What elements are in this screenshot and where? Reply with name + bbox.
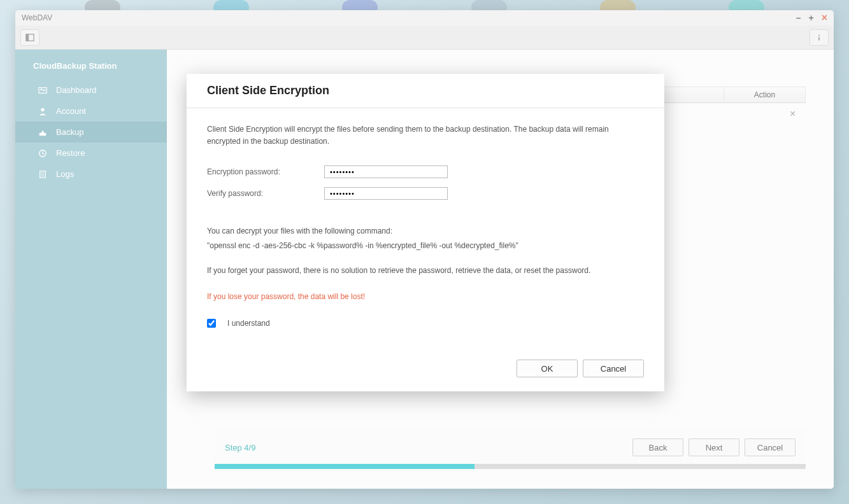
wizard-footer: Step 4/9 Back Next Cancel bbox=[215, 428, 806, 466]
dialog-header: Client Side Encryption bbox=[187, 74, 664, 108]
cancel-button[interactable]: Cancel bbox=[583, 360, 644, 377]
decrypt-info: You can decrypt your files with the foll… bbox=[207, 224, 644, 253]
back-button[interactable]: Back bbox=[632, 438, 683, 456]
svg-rect-3 bbox=[818, 37, 820, 40]
window-close-icon[interactable]: × bbox=[822, 12, 827, 24]
window-maximize-icon[interactable]: + bbox=[808, 13, 813, 23]
dashboard-icon bbox=[38, 86, 47, 95]
wizard-cancel-button[interactable]: Cancel bbox=[745, 438, 795, 456]
verify-password-input[interactable] bbox=[324, 187, 448, 200]
window-minimize-icon[interactable]: – bbox=[796, 13, 801, 23]
understand-checkbox[interactable] bbox=[207, 319, 216, 328]
encryption-password-label: Encryption password: bbox=[207, 167, 324, 176]
person-icon bbox=[38, 107, 47, 116]
understand-label: I understand bbox=[227, 319, 270, 328]
sidebar-item-label: Logs bbox=[56, 169, 74, 179]
sidebar-item-label: Dashboard bbox=[56, 85, 97, 95]
window-controls: – + × bbox=[796, 12, 827, 24]
svg-point-5 bbox=[41, 108, 44, 111]
wizard-progress-fill bbox=[215, 464, 474, 469]
sidebar-title: CloudBackup Station bbox=[15, 56, 167, 80]
encryption-password-input[interactable] bbox=[324, 165, 448, 178]
dialog-footer: OK Cancel bbox=[187, 351, 664, 391]
sidebar-item-label: Restore bbox=[56, 148, 85, 158]
sidebar-item-dashboard[interactable]: Dashboard bbox=[15, 80, 167, 101]
restore-icon bbox=[38, 149, 47, 158]
panel-icon bbox=[25, 33, 34, 42]
svg-rect-2 bbox=[818, 34, 820, 36]
dialog-title: Client Side Encryption bbox=[207, 84, 644, 97]
wizard-progress-bar bbox=[215, 464, 806, 469]
dialog-description: Client Side Encryption will encrypt the … bbox=[207, 123, 644, 148]
dialog-body: Client Side Encryption will encrypt the … bbox=[187, 108, 664, 351]
panel-toggle-button[interactable] bbox=[20, 29, 39, 46]
toolbar bbox=[15, 25, 834, 50]
sidebar: CloudBackup Station Dashboard Account Ba… bbox=[15, 50, 167, 489]
window-titlebar: WebDAV – + × bbox=[15, 10, 834, 25]
info-icon bbox=[815, 33, 824, 42]
sidebar-item-restore[interactable]: Restore bbox=[15, 143, 167, 164]
wizard-step-label: Step 4/9 bbox=[225, 443, 255, 452]
sidebar-item-account[interactable]: Account bbox=[15, 101, 167, 122]
decrypt-intro: You can decrypt your files with the foll… bbox=[207, 224, 644, 239]
logs-icon bbox=[38, 170, 47, 179]
sidebar-item-label: Backup bbox=[56, 127, 83, 137]
window-title-text: WebDAV bbox=[22, 13, 52, 22]
info-button[interactable] bbox=[810, 29, 829, 46]
sidebar-item-label: Account bbox=[56, 106, 86, 116]
encryption-dialog: Client Side Encryption Client Side Encry… bbox=[187, 74, 664, 391]
next-button[interactable]: Next bbox=[688, 438, 739, 456]
svg-rect-6 bbox=[39, 132, 46, 135]
backup-icon bbox=[38, 128, 47, 137]
sidebar-item-logs[interactable]: Logs bbox=[15, 164, 167, 185]
data-loss-warning: If you lose your password, the data will… bbox=[207, 292, 644, 301]
decrypt-command: "openssl enc -d -aes-256-cbc -k %passwor… bbox=[207, 239, 644, 253]
forget-warning: If you forget your password, there is no… bbox=[207, 265, 644, 277]
close-icon[interactable]: × bbox=[790, 108, 799, 117]
sidebar-item-backup[interactable]: Backup bbox=[15, 122, 167, 143]
ok-button[interactable]: OK bbox=[517, 360, 578, 377]
verify-password-label: Verify password: bbox=[207, 189, 324, 198]
table-header-action: Action bbox=[724, 87, 805, 102]
svg-rect-1 bbox=[26, 34, 29, 41]
